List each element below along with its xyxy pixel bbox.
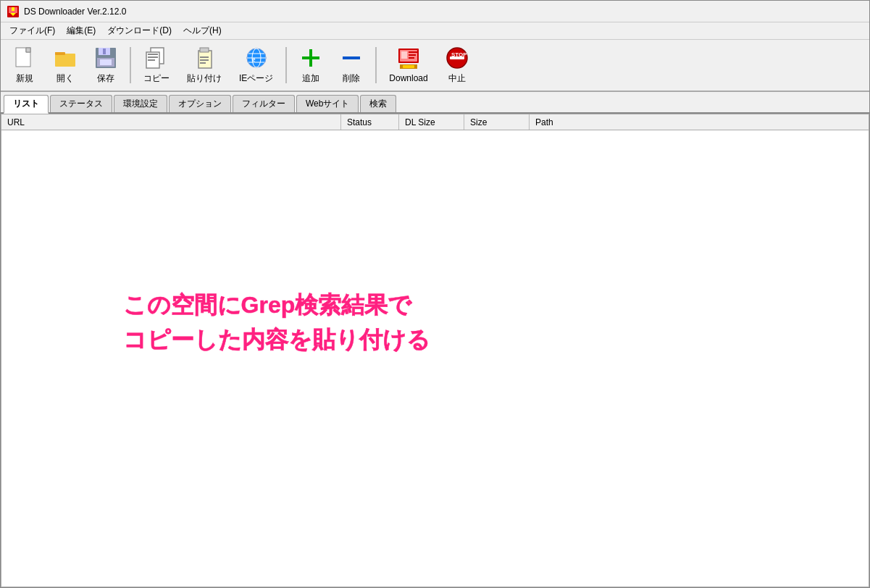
svg-rect-23 <box>200 56 209 58</box>
svg-rect-43 <box>403 65 414 68</box>
svg-rect-38 <box>401 51 407 59</box>
overlay-instruction: この空間にGrep検索結果で コピーした内容を貼り付ける <box>123 287 430 357</box>
copy-icon <box>145 46 168 70</box>
svg-text:e: e <box>252 55 256 63</box>
svg-rect-34 <box>302 56 319 59</box>
svg-rect-25 <box>200 62 206 64</box>
new-label: 新規 <box>16 72 33 85</box>
svg-marker-10 <box>55 56 73 65</box>
svg-rect-6 <box>26 48 30 52</box>
download-icon <box>397 47 420 70</box>
save-icon <box>94 46 117 70</box>
col-header-dlsize: DL Size <box>399 114 464 130</box>
tab-status[interactable]: ステータス <box>50 95 112 112</box>
new-button[interactable]: 新規 <box>5 43 44 88</box>
paste-label: 貼り付け <box>187 72 222 85</box>
toolbar: 新規 開く <box>1 40 869 92</box>
svg-text:STOP: STOP <box>451 51 467 58</box>
separator-3 <box>375 47 377 83</box>
new-icon <box>13 46 36 70</box>
app-window: DS Downloader Ver.2.12.0 ファイル(F) 編集(E) ダ… <box>0 0 870 588</box>
svg-rect-41 <box>409 57 414 59</box>
add-button[interactable]: 追加 <box>291 43 330 88</box>
ie-page-label: IEページ <box>239 72 273 85</box>
stop-label: 中止 <box>448 72 466 85</box>
col-header-url: URL <box>1 114 341 130</box>
title-bar: DS Downloader Ver.2.12.0 <box>1 1 869 22</box>
menu-download[interactable]: ダウンロード(D) <box>101 23 177 38</box>
svg-rect-40 <box>409 54 416 56</box>
download-button[interactable]: Download <box>381 43 435 88</box>
menu-edit[interactable]: 編集(E) <box>61 23 101 38</box>
svg-rect-20 <box>148 59 155 61</box>
save-button[interactable]: 保存 <box>86 43 125 88</box>
download-label: Download <box>389 73 427 83</box>
tab-settings[interactable]: 環境設定 <box>114 95 167 112</box>
menu-help[interactable]: ヘルプ(H) <box>177 23 227 38</box>
separator-2 <box>285 47 287 83</box>
svg-rect-18 <box>148 54 158 55</box>
table-header: URL Status DL Size Size Path <box>1 114 869 130</box>
separator-1 <box>130 47 131 83</box>
app-icon <box>7 5 20 18</box>
open-icon <box>54 46 77 70</box>
stop-icon: STOP <box>446 46 469 70</box>
svg-rect-19 <box>148 56 158 58</box>
ie-page-icon: e <box>245 46 268 70</box>
col-header-path: Path <box>530 114 869 130</box>
copy-label: コピー <box>143 72 170 85</box>
overlay-line2: コピーした内容を貼り付ける <box>123 322 430 357</box>
tab-website[interactable]: Webサイト <box>296 95 359 112</box>
svg-rect-3 <box>12 7 14 11</box>
overlay-line1: この空間にGrep検索結果で <box>123 287 430 322</box>
paste-button[interactable]: 貼り付け <box>179 43 230 88</box>
svg-rect-39 <box>409 51 417 53</box>
tab-list[interactable]: リスト <box>4 95 49 114</box>
col-header-status: Status <box>341 114 399 130</box>
svg-rect-9 <box>55 52 65 55</box>
svg-rect-13 <box>103 49 106 54</box>
menu-file[interactable]: ファイル(F) <box>4 23 61 38</box>
delete-label: 削除 <box>343 72 360 85</box>
table-body[interactable]: この空間にGrep検索結果で コピーした内容を貼り付ける <box>1 130 869 587</box>
app-title: DS Downloader Ver.2.12.0 <box>24 7 126 17</box>
tab-bar: リスト ステータス 環境設定 オプション フィルター Webサイト 検索 <box>1 92 869 114</box>
add-icon <box>299 46 322 70</box>
col-header-size: Size <box>464 114 530 130</box>
delete-button[interactable]: 削除 <box>332 43 371 88</box>
paste-icon <box>193 46 216 70</box>
ie-page-button[interactable]: e IEページ <box>231 43 281 88</box>
stop-button[interactable]: STOP 中止 <box>438 43 477 88</box>
tab-filter[interactable]: フィルター <box>233 95 295 112</box>
tab-search[interactable]: 検索 <box>360 95 396 112</box>
copy-button[interactable]: コピー <box>135 43 177 88</box>
svg-rect-24 <box>200 59 209 61</box>
open-label: 開く <box>57 72 74 85</box>
main-content: URL Status DL Size Size Path この空間にGrep検索… <box>1 114 869 587</box>
svg-rect-22 <box>200 48 209 52</box>
svg-rect-15 <box>100 59 112 65</box>
delete-icon <box>340 46 363 70</box>
add-label: 追加 <box>302 72 319 85</box>
open-button[interactable]: 開く <box>46 43 85 88</box>
menu-bar: ファイル(F) 編集(E) ダウンロード(D) ヘルプ(H) <box>1 22 869 40</box>
svg-rect-35 <box>343 56 360 59</box>
save-label: 保存 <box>97 72 114 85</box>
tab-options[interactable]: オプション <box>169 95 231 112</box>
